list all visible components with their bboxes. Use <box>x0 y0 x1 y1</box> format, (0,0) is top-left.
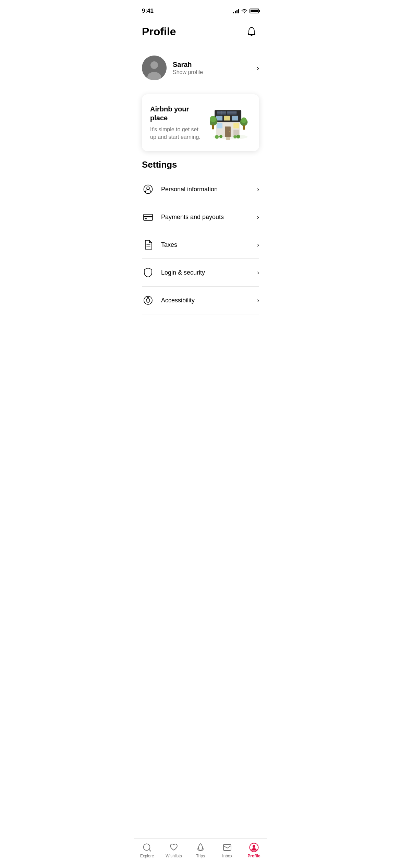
profile-chevron: › <box>257 64 259 72</box>
page-title: Profile <box>142 25 176 38</box>
svg-rect-26 <box>243 125 245 130</box>
payments-payouts-label: Payments and payouts <box>161 214 257 221</box>
settings-item-accessibility[interactable]: Accessibility › <box>142 287 259 314</box>
svg-point-33 <box>147 187 149 190</box>
personal-information-label: Personal information <box>161 186 257 193</box>
taxes-chevron: › <box>257 241 259 249</box>
battery-icon <box>250 9 259 13</box>
svg-rect-35 <box>144 216 153 217</box>
avatar <box>142 56 167 80</box>
login-security-chevron: › <box>257 269 259 276</box>
settings-item-personal-information[interactable]: Personal information › <box>142 176 259 203</box>
svg-point-32 <box>144 185 153 194</box>
settings-item-payments-payouts[interactable]: Payments and payouts › <box>142 203 259 231</box>
status-icons <box>233 9 259 13</box>
profile-info: Sarah Show profile <box>173 61 257 75</box>
profile-name: Sarah <box>173 61 257 69</box>
status-bar: 9:41 <box>134 0 267 17</box>
wifi-icon <box>241 9 247 13</box>
personal-information-icon <box>142 183 154 195</box>
notifications-button[interactable] <box>244 24 259 39</box>
accessibility-chevron: › <box>257 297 259 304</box>
svg-point-22 <box>210 116 216 122</box>
svg-rect-15 <box>232 116 238 121</box>
airbnb-card-title: Airbnb your place <box>150 105 204 122</box>
svg-point-27 <box>215 135 219 139</box>
accessibility-icon <box>142 294 154 306</box>
login-security-icon <box>142 266 154 279</box>
accessibility-label: Accessibility <box>161 297 257 304</box>
svg-point-25 <box>241 117 247 123</box>
payments-payouts-chevron: › <box>257 214 259 221</box>
airbnb-your-place-card[interactable]: Airbnb your place It's simple to get set… <box>142 94 259 151</box>
svg-point-28 <box>219 135 222 138</box>
page-header: Profile <box>142 24 259 39</box>
login-security-label: Login & security <box>161 269 257 276</box>
signal-icon <box>233 9 239 13</box>
house-illustration <box>210 104 251 142</box>
svg-point-40 <box>144 296 152 304</box>
airbnb-card-text: Airbnb your place It's simple to get set… <box>150 105 210 141</box>
settings-item-taxes[interactable]: Taxes › <box>142 231 259 259</box>
svg-rect-16 <box>217 123 223 129</box>
svg-point-30 <box>236 135 240 138</box>
svg-point-19 <box>229 131 230 132</box>
settings-item-login-security[interactable]: Login & security › <box>142 259 259 287</box>
taxes-label: Taxes <box>161 241 257 249</box>
svg-point-2 <box>150 61 158 69</box>
personal-information-chevron: › <box>257 186 259 193</box>
svg-point-0 <box>251 27 252 28</box>
svg-rect-17 <box>233 123 239 129</box>
airbnb-card-subtitle: It's simple to get set up and start earn… <box>150 126 204 141</box>
settings-title: Settings <box>142 159 259 170</box>
taxes-icon <box>142 239 154 251</box>
svg-rect-14 <box>224 116 230 121</box>
payments-payouts-icon <box>142 211 154 223</box>
settings-list: Personal information › Payments and payo… <box>142 176 259 314</box>
show-profile-link: Show profile <box>173 69 257 75</box>
svg-rect-36 <box>145 218 147 219</box>
status-time: 9:41 <box>142 8 154 14</box>
profile-divider <box>142 86 259 86</box>
svg-rect-31 <box>226 137 230 140</box>
bell-icon <box>247 26 256 37</box>
svg-rect-23 <box>212 125 214 130</box>
svg-point-29 <box>233 135 236 138</box>
profile-row[interactable]: Sarah Show profile › <box>142 50 259 86</box>
avatar-person-icon <box>142 56 167 80</box>
settings-section: Settings Personal information › <box>142 159 259 314</box>
